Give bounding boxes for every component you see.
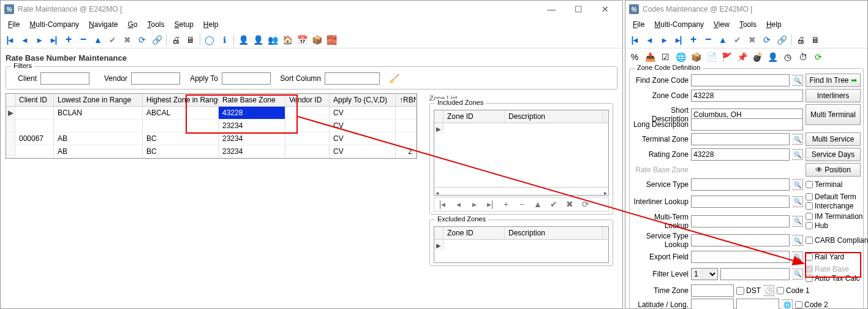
nav-prev-icon[interactable]: ◂ — [18, 33, 31, 47]
person-icon[interactable]: 👤 — [766, 50, 779, 64]
refresh-icon[interactable]: ⟳ — [135, 33, 149, 47]
import-icon[interactable]: 📥 — [643, 50, 657, 64]
nav-first-icon[interactable]: |◂ — [3, 33, 17, 47]
maximize-button[interactable]: ☐ — [565, 1, 592, 17]
menu-view[interactable]: View — [709, 19, 734, 30]
multi-service-button[interactable]: Multi Service — [806, 132, 861, 146]
lookup-icon[interactable]: 🔍 — [792, 216, 803, 227]
menu-help[interactable]: Help — [198, 19, 224, 30]
refresh-icon[interactable]: ⟳ — [760, 33, 774, 47]
add-icon[interactable]: + — [498, 197, 514, 211]
carb-checkbox[interactable]: CARB Compliant — [806, 236, 862, 245]
person1-icon[interactable]: 👤 — [236, 33, 250, 47]
terminal-zone-input[interactable] — [691, 133, 790, 145]
print-icon[interactable]: 🖨 — [794, 33, 807, 47]
menu-multicompany[interactable]: Multi-Company — [25, 19, 84, 30]
nav-first-icon[interactable]: |◂ — [628, 33, 641, 47]
code1-checkbox[interactable]: Code 1 — [777, 286, 833, 295]
menu-help[interactable]: Help — [761, 19, 787, 30]
info-icon[interactable]: ℹ — [217, 33, 231, 47]
lookup-icon[interactable]: 🔍 — [792, 269, 803, 280]
menu-file[interactable]: File — [3, 19, 25, 30]
wall-icon[interactable]: 🧱 — [325, 33, 338, 47]
long-desc-input[interactable] — [691, 118, 803, 131]
zone-code-input[interactable] — [691, 90, 803, 102]
vendor-input[interactable] — [131, 72, 180, 85]
sync-icon[interactable]: ⟳ — [812, 50, 825, 64]
col-applyto[interactable]: Apply To (C,V,D) — [330, 94, 396, 106]
edit-icon[interactable]: ▲ — [716, 33, 730, 47]
lookup-icon[interactable]: 🔍 — [792, 235, 803, 246]
timezone-input[interactable] — [691, 284, 734, 297]
filter-clear-icon[interactable]: 🧹 — [387, 72, 401, 85]
remove-icon[interactable]: − — [701, 33, 715, 47]
table-row[interactable]: ▶ BCLAN ABCAL 43228 CV — [6, 107, 417, 120]
confirm-icon[interactable]: ✔ — [106, 33, 119, 47]
multiterm-lookup-input[interactable] — [691, 215, 790, 227]
link-icon[interactable]: 🔗 — [775, 33, 788, 47]
box-icon[interactable]: 📦 — [310, 33, 323, 47]
autotax-checkbox[interactable]: Auto Tax Calc — [806, 274, 862, 283]
col-ratebase[interactable]: Rate Base Zone — [219, 94, 285, 106]
lookup-icon[interactable]: 🔍 — [792, 196, 803, 207]
col-zoneid[interactable]: Zone ID — [443, 227, 505, 239]
minimize-button[interactable]: — — [538, 1, 565, 17]
col-rbn[interactable]: ↑RBN — [396, 94, 417, 106]
lookup-icon[interactable]: 🔍 — [792, 179, 803, 190]
find-in-tree-button[interactable]: Find In Tree➡ — [806, 74, 861, 87]
nav-prev-icon[interactable]: ◂ — [450, 197, 466, 211]
close-button[interactable]: ✕ — [592, 1, 619, 17]
pin-icon[interactable]: 📌 — [735, 50, 749, 64]
longitude-input[interactable] — [736, 299, 779, 309]
code2-checkbox[interactable]: Code 2 — [795, 300, 851, 309]
position-button[interactable]: 👁Position — [806, 163, 861, 177]
confirm-icon[interactable]: ✔ — [546, 197, 562, 211]
im-termination-checkbox[interactable]: IM Termination — [806, 212, 862, 221]
table-row[interactable]: AB BC 23234 CV 2 — [6, 145, 417, 158]
col-vendorid[interactable]: Vendor ID — [285, 94, 330, 106]
lookup-icon[interactable]: 🔍 — [792, 75, 803, 86]
nav-last-icon[interactable]: ▸| — [482, 197, 498, 211]
applyto-input[interactable] — [222, 72, 271, 85]
dst-checkbox[interactable]: DST — [736, 286, 761, 295]
edit-icon[interactable]: ▲ — [91, 33, 105, 47]
clock-icon[interactable]: 🕐 — [763, 285, 774, 296]
table-row[interactable]: 000067 AB BC 23234 CV — [6, 132, 417, 145]
cancel-icon[interactable]: ✖ — [562, 197, 578, 211]
lookup-icon[interactable]: 🔍 — [792, 251, 803, 262]
menu-tools[interactable]: Tools — [142, 19, 169, 30]
link-icon[interactable]: 🔗 — [150, 33, 164, 47]
servicetype-lookup-input[interactable] — [691, 234, 790, 246]
percent-icon[interactable]: % — [628, 50, 641, 64]
hub-checkbox[interactable]: Hub — [806, 221, 862, 230]
interliner-lookup-input[interactable] — [691, 196, 790, 208]
person3-icon[interactable]: 👥 — [266, 33, 279, 47]
cancel-icon[interactable]: ✖ — [745, 33, 759, 47]
menu-file[interactable]: File — [628, 19, 649, 30]
nav-next-icon[interactable]: ▸ — [657, 33, 671, 47]
default-term-checkbox[interactable]: Default Term — [806, 193, 862, 201]
table-row[interactable]: 23234 CV — [6, 120, 417, 132]
monitor-icon[interactable]: 🖥 — [809, 33, 822, 47]
filter-level-select[interactable]: 1 — [691, 268, 718, 280]
col-description[interactable]: Description — [505, 227, 603, 239]
copy-icon[interactable]: 📄 — [704, 50, 718, 64]
box-icon[interactable]: 📦 — [689, 50, 703, 64]
filter-level-input[interactable] — [720, 268, 790, 280]
client-input[interactable] — [40, 72, 89, 85]
cancel-icon[interactable]: ✖ — [121, 33, 134, 47]
check-icon[interactable]: ☑ — [659, 50, 672, 64]
menu-go[interactable]: Go — [123, 19, 142, 30]
col-zoneid[interactable]: Zone ID — [443, 110, 505, 123]
lookup-icon[interactable]: 🔍 — [792, 149, 803, 160]
add-icon[interactable]: + — [62, 33, 75, 47]
interliners-button[interactable]: Interliners — [806, 89, 861, 102]
export-field-input[interactable] — [691, 251, 790, 263]
menu-setup[interactable]: Setup — [169, 19, 198, 30]
col-lowzone[interactable]: Lowest Zone in Range — [54, 94, 143, 106]
menu-tools[interactable]: Tools — [734, 19, 761, 30]
person2-icon[interactable]: 👤 — [251, 33, 265, 47]
nav-next-icon[interactable]: ▸ — [466, 197, 482, 211]
globe-icon[interactable]: 🌐 — [782, 299, 793, 309]
scrollbar[interactable]: ◂▸ — [434, 187, 608, 197]
